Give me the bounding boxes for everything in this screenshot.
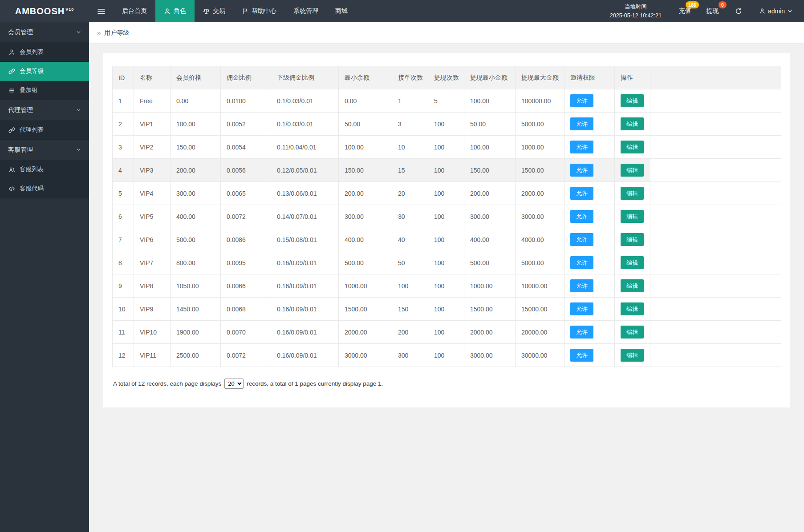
table-cell: 11 xyxy=(113,321,134,344)
recharge-label: 充值 xyxy=(679,7,691,15)
chevron-down-icon xyxy=(76,147,81,152)
invite-permission-cell: 允许 xyxy=(564,251,615,274)
time-label: 当地时间 xyxy=(610,2,662,11)
refresh-button[interactable] xyxy=(727,0,751,22)
allow-button[interactable]: 允许 xyxy=(570,164,593,177)
table-cell: 2 xyxy=(113,113,134,136)
edit-button[interactable]: 编辑 xyxy=(621,233,644,246)
nav-item-help-center[interactable]: 帮助中心 xyxy=(234,0,285,22)
table-cell: 0.16/0.09/0.01 xyxy=(271,321,339,344)
sidebar-item-service-code[interactable]: 客服代码 xyxy=(0,179,89,198)
sidebar-toggle-button[interactable] xyxy=(89,0,114,22)
table-cell: 0.1/0.03/0.01 xyxy=(271,89,339,113)
edit-button[interactable]: 编辑 xyxy=(621,164,644,177)
table-cell: 0.15/0.08/0.01 xyxy=(271,228,339,251)
allow-button[interactable]: 允许 xyxy=(570,279,593,292)
action-cell: 编辑 xyxy=(615,136,650,159)
allow-button[interactable]: 允许 xyxy=(570,349,593,362)
allow-button[interactable]: 允许 xyxy=(570,256,593,269)
table-cell: 30000.00 xyxy=(516,344,564,367)
allow-button[interactable]: 允许 xyxy=(570,117,593,130)
sidebar-item-member-level[interactable]: 会员等级 xyxy=(0,62,89,81)
withdraw-button[interactable]: 提现 0 xyxy=(699,0,727,22)
nav-label: 系统管理 xyxy=(293,7,318,15)
table-cell: 0.0070 xyxy=(221,321,271,344)
edit-button[interactable]: 编辑 xyxy=(621,349,644,362)
edit-button[interactable]: 编辑 xyxy=(621,279,644,292)
table-cell: 500.00 xyxy=(464,251,516,274)
allow-button[interactable]: 允许 xyxy=(570,233,593,246)
edit-button[interactable]: 编辑 xyxy=(621,210,644,223)
sidebar-group-member-management[interactable]: 会员管理 xyxy=(0,22,89,43)
table-cell: 0.11/0.04/0.01 xyxy=(271,136,339,159)
column-header: 提现次数 xyxy=(428,66,464,89)
edit-button[interactable]: 编辑 xyxy=(621,256,644,269)
table-head: ID名称会员价格佣金比例下级佣金比例最小余额接单次数提现次数提现最小金额提现最大… xyxy=(113,66,781,89)
sidebar-group-agent-management[interactable]: 代理管理 xyxy=(0,100,89,121)
table-cell: VIP2 xyxy=(134,136,171,159)
allow-button[interactable]: 允许 xyxy=(570,141,593,153)
allow-button[interactable]: 允许 xyxy=(570,187,593,200)
table-cell: 1900.00 xyxy=(171,321,221,344)
code-icon xyxy=(8,185,16,192)
table-cell: 100.00 xyxy=(339,136,392,159)
table-cell: 50.00 xyxy=(339,113,392,136)
edit-button[interactable]: 编辑 xyxy=(621,94,644,107)
table-cell: 200 xyxy=(392,321,428,344)
nav-item-dashboard[interactable]: 后台首页 xyxy=(114,0,155,22)
allow-button[interactable]: 允许 xyxy=(570,210,593,223)
row-filler xyxy=(650,344,781,367)
recharge-badge: 186 xyxy=(686,1,699,8)
action-cell: 编辑 xyxy=(615,344,650,367)
nav-label: 后台首页 xyxy=(122,7,147,15)
sidebar-item-service-list[interactable]: 客服列表 xyxy=(0,160,89,179)
table-cell: 2000.00 xyxy=(339,321,392,344)
user-menu[interactable]: admin xyxy=(751,0,804,22)
invite-permission-cell: 允许 xyxy=(564,136,615,159)
recharge-button[interactable]: 充值 186 xyxy=(671,0,699,22)
edit-button[interactable]: 编辑 xyxy=(621,187,644,200)
nav-item-trade[interactable]: 交易 xyxy=(195,0,234,22)
allow-button[interactable]: 允许 xyxy=(570,326,593,339)
sidebar-group-label: 代理管理 xyxy=(8,106,33,114)
table-cell: 0.0052 xyxy=(221,113,271,136)
sidebar-item-label: 会员列表 xyxy=(20,48,44,56)
table-cell: 8 xyxy=(113,251,134,274)
nav-item-mall[interactable]: 商城 xyxy=(327,0,356,22)
sidebar-group-service-management[interactable]: 客服管理 xyxy=(0,140,89,160)
app-logo: AMBOOSHV10 xyxy=(0,0,89,22)
nav-item-system[interactable]: 系统管理 xyxy=(285,0,327,22)
logo-version: V10 xyxy=(65,7,74,12)
table-cell: 100 xyxy=(428,298,464,321)
page-size-select[interactable]: 20 xyxy=(224,379,244,389)
sidebar-item-member-list[interactable]: 会员列表 xyxy=(0,43,89,62)
table-row: 5VIP4300.000.00650.13/0.06/0.01200.00201… xyxy=(113,182,781,205)
table-cell: 1000.00 xyxy=(339,274,392,298)
table-cell: 0.0066 xyxy=(221,274,271,298)
column-header: 下级佣金比例 xyxy=(271,66,339,89)
table-row: 4VIP3200.000.00560.12/0.05/0.01150.00151… xyxy=(113,159,781,182)
edit-button[interactable]: 编辑 xyxy=(621,141,644,153)
table-cell: 100.00 xyxy=(464,89,516,113)
sidebar-item-stack-group[interactable]: 叠加组 xyxy=(0,81,89,100)
person-icon xyxy=(8,49,16,56)
chevron-down-icon xyxy=(788,9,792,14)
allow-button[interactable]: 允许 xyxy=(570,302,593,315)
edit-button[interactable]: 编辑 xyxy=(621,117,644,130)
table-cell: 0.0065 xyxy=(221,182,271,205)
action-cell: 编辑 xyxy=(615,205,650,228)
column-header: 佣金比例 xyxy=(221,66,271,89)
scale-icon xyxy=(203,8,210,15)
nav-item-roles[interactable]: 角色 xyxy=(155,0,195,22)
edit-button[interactable]: 编辑 xyxy=(621,302,644,315)
table-cell: 1000.00 xyxy=(516,136,564,159)
table-cell: 1500.00 xyxy=(464,298,516,321)
table-cell: VIP11 xyxy=(134,344,171,367)
table-cell: 100.00 xyxy=(464,136,516,159)
allow-button[interactable]: 允许 xyxy=(570,94,593,107)
action-cell: 编辑 xyxy=(615,113,650,136)
sidebar-item-agent-list[interactable]: 代理列表 xyxy=(0,121,89,140)
edit-button[interactable]: 编辑 xyxy=(621,326,644,339)
table-cell: 300.00 xyxy=(464,205,516,228)
table-cell: 10 xyxy=(392,136,428,159)
